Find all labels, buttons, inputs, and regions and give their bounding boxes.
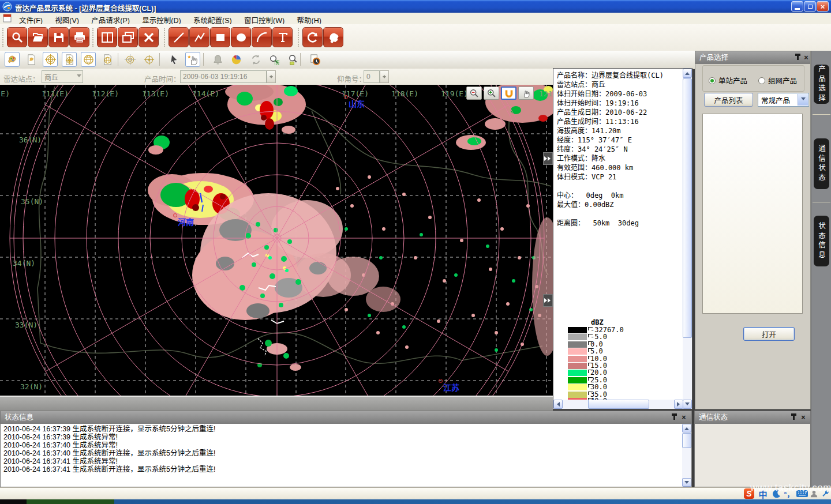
draw-line-button[interactable] (169, 27, 189, 47)
globe-document-button[interactable] (100, 52, 115, 67)
draw-ellipse-button[interactable] (231, 27, 251, 47)
zoom-area-in-button[interactable] (267, 52, 282, 67)
refresh-cycle-button[interactable] (302, 27, 323, 47)
product-time-spinner[interactable] (267, 70, 276, 83)
panel-close-button[interactable]: × (802, 54, 810, 62)
status-vscrollbar[interactable] (682, 424, 691, 487)
status-message: 2010-06-24 16:37:41 生成系统断开连接，显示系统5分钟之后重连… (3, 465, 215, 473)
vscroll-thumb[interactable] (682, 433, 691, 448)
scroll-down-button[interactable] (682, 478, 691, 487)
toolbar-handle[interactable] (92, 28, 96, 47)
single-station-radio[interactable] (709, 77, 716, 84)
network-radio-group[interactable]: 组网产品 (758, 75, 797, 86)
expand-panel-button[interactable] (543, 294, 553, 307)
draw-polyline-button[interactable] (189, 27, 209, 47)
scroll-left-button[interactable] (553, 400, 563, 409)
elevation-input[interactable]: 0 (364, 70, 380, 83)
spinner-down-icon[interactable] (269, 76, 273, 80)
scroll-right-button[interactable] (674, 400, 683, 409)
menu-file[interactable]: 文件(F) (14, 13, 48, 24)
map-zoom-in-button[interactable] (484, 86, 499, 100)
scroll-up-button[interactable] (682, 424, 691, 432)
info-vscrollbar[interactable] (683, 69, 692, 409)
radar-rings-document-button[interactable] (62, 52, 77, 67)
menu-view[interactable]: 视图(V) (50, 13, 84, 24)
product-time-input[interactable]: 2009-06-03 19:19:16 (180, 70, 267, 83)
restore-button[interactable] (804, 1, 816, 12)
tab-comm-status[interactable]: 通信状态 (814, 138, 829, 189)
close-window-button[interactable] (138, 27, 159, 47)
open-button[interactable]: 打开 (743, 327, 795, 341)
product-list-button[interactable]: 产品列表 (704, 93, 753, 107)
paint-bell-button[interactable] (210, 52, 225, 67)
sync-arrows-button[interactable] (248, 52, 263, 67)
map-rotate-button[interactable] (501, 86, 516, 100)
restore-icon (808, 5, 813, 9)
open-folder-button[interactable] (28, 27, 48, 47)
menu-window-control[interactable]: 窗口控制(W) (239, 13, 290, 24)
pie-chart-button[interactable] (229, 52, 244, 67)
panel-close-button[interactable]: × (799, 413, 807, 422)
print-icon (73, 31, 87, 44)
toolbar-handle[interactable] (2, 28, 6, 47)
dropdown-arrow-button[interactable] (798, 94, 808, 106)
station-combo[interactable]: 商丘 (42, 70, 83, 83)
info-line: 产品生成时间：11:13:16 (557, 117, 639, 126)
toolbar-handle[interactable] (298, 28, 301, 47)
elevation-spinner[interactable] (380, 70, 389, 83)
vscroll-thumb[interactable] (683, 78, 692, 338)
scroll-down-button[interactable] (683, 400, 692, 409)
status-message-list[interactable]: 2010-06-24 16:37:39 生成系统断开连接，显示系统5分钟之后重连… (1, 424, 682, 487)
menu-system-config[interactable]: 系统配置(S) (188, 13, 237, 24)
station-bar: 雷达站点： 商丘 产品时间： 2009-06-03 19:19:16 仰角号： … (0, 69, 553, 85)
cascade-windows-button[interactable] (118, 27, 138, 47)
radar-map-view[interactable]: 110(E) 111(E) 112(E) 113(E) 114(E) 117(E… (0, 85, 553, 396)
zoom-button[interactable] (7, 27, 27, 47)
target-multi-button[interactable] (141, 52, 156, 67)
product-clock-button[interactable] (307, 52, 322, 67)
minimize-button[interactable] (791, 1, 803, 12)
hand-pointer-button[interactable] (185, 52, 200, 67)
scroll-up-button[interactable] (683, 69, 692, 78)
hscroll-thumb[interactable] (588, 400, 649, 409)
draw-rect-button[interactable] (210, 27, 230, 47)
map-zoom-out-button[interactable] (466, 86, 482, 100)
target-single-button[interactable] (122, 52, 137, 67)
print-button[interactable] (69, 27, 89, 47)
expand-panel-button[interactable] (543, 152, 553, 165)
tab-product-selection[interactable]: 产品选择 (814, 65, 829, 104)
tile-windows-button[interactable] (97, 27, 117, 47)
china-map-button[interactable] (323, 27, 343, 47)
product-type-dropdown[interactable]: 常规产品 (758, 93, 809, 107)
single-station-radio-group[interactable]: 单站产品 (709, 75, 747, 86)
pin-button[interactable] (793, 54, 802, 62)
menu-help[interactable]: 帮助(H) (292, 13, 327, 24)
info-line: 体扫开始时间：19:19:16 (557, 99, 639, 108)
menu-product-request[interactable]: 产品请求(P) (86, 13, 135, 24)
tab-status-info[interactable]: 状态信息 (814, 216, 829, 266)
info-hscrollbar[interactable] (553, 400, 683, 409)
close-button[interactable]: × (817, 1, 829, 12)
product-panel-header[interactable]: 产品选择 × (695, 51, 810, 64)
status-panel-header[interactable]: 状态信息 × (1, 411, 691, 424)
radar-rings-button[interactable] (43, 52, 58, 67)
pin-button[interactable] (789, 413, 798, 422)
taskbar-edge[interactable] (0, 499, 831, 504)
product-listbox[interactable] (702, 114, 803, 314)
draw-text-button[interactable] (272, 27, 293, 47)
globe-grid-button[interactable] (81, 52, 96, 67)
network-radio[interactable] (758, 77, 765, 84)
map-document-button[interactable] (24, 52, 39, 67)
toolbar-handle[interactable] (164, 28, 167, 47)
draw-arc-button[interactable] (252, 27, 272, 47)
china-map-color-button[interactable] (5, 52, 20, 67)
menu-display-control[interactable]: 显示控制(D) (137, 13, 186, 24)
save-button[interactable] (48, 27, 69, 47)
panel-close-button[interactable]: × (680, 413, 688, 422)
zoom-area-out-button[interactable] (285, 52, 300, 67)
map-pan-button[interactable] (518, 86, 534, 100)
cursor-arrow-button[interactable] (166, 52, 181, 67)
pin-button[interactable] (670, 413, 678, 422)
spinner-down-icon[interactable] (383, 76, 386, 80)
comm-panel-header[interactable]: 通信状态 × (695, 411, 810, 424)
